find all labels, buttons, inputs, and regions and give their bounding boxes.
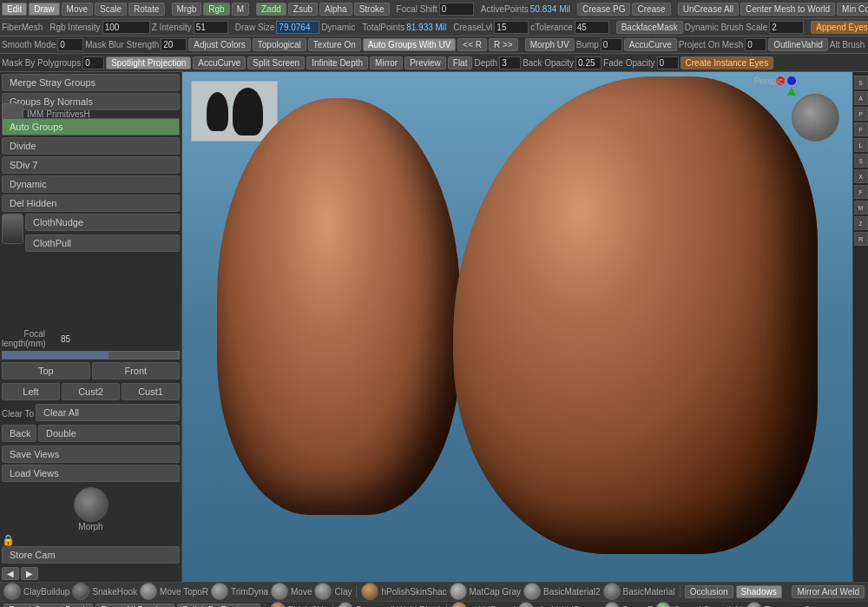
backface-mask-button[interactable]: BackfaceMask	[616, 21, 683, 34]
fade-opacity-input[interactable]	[657, 56, 679, 69]
aahu-button[interactable]: A	[854, 91, 868, 105]
transport-icon[interactable]	[746, 602, 762, 607]
trim-dyna-icon[interactable]	[211, 583, 228, 600]
lock-button[interactable]: L	[854, 138, 868, 152]
dynamic-brush-input[interactable]	[769, 21, 804, 34]
outline-vahid-button[interactable]: OutlineVahid	[768, 38, 828, 51]
reset-all-brushes-button[interactable]: Reset All Brushes	[95, 604, 174, 607]
front-button[interactable]: Front	[92, 362, 181, 379]
back-opacity-input[interactable]	[575, 56, 602, 69]
next-cam-button[interactable]: ▶	[21, 567, 38, 580]
rgb-intensity-input[interactable]	[102, 21, 150, 34]
flat-button[interactable]: Flat	[448, 56, 473, 69]
rotate-button[interactable]: Rotate	[128, 3, 164, 16]
crease-button[interactable]: Crease	[632, 3, 670, 16]
create-instance-button[interactable]: Create Instance Eyes	[681, 56, 774, 69]
store-cam-button[interactable]: Store Cam	[2, 546, 180, 564]
sync-button[interactable]: S	[854, 154, 868, 168]
center-mesh-button[interactable]: Center Mesh to World	[740, 3, 835, 16]
mask-blur-input[interactable]	[161, 38, 187, 51]
alpha-button[interactable]: Alpha	[319, 3, 352, 16]
split-screen-button[interactable]: Split Screen	[247, 56, 305, 69]
draw-button[interactable]: Draw	[29, 3, 59, 16]
viewport[interactable]: Perspic	[182, 72, 852, 582]
accucurve2-button[interactable]: AccuCurve	[193, 56, 246, 69]
zsub-button[interactable]: Zsub	[288, 3, 318, 16]
morph-sphere[interactable]	[74, 487, 108, 522]
m-button[interactable]: M	[232, 3, 249, 16]
save-views-button[interactable]: Save Views	[2, 445, 180, 463]
uncrease-all-button[interactable]: UnCrease All	[678, 3, 739, 16]
move-r-button[interactable]: M	[854, 201, 868, 214]
damsmall-icon[interactable]	[338, 602, 353, 607]
depth-input[interactable]	[499, 56, 521, 69]
smooth-mode-input[interactable]	[57, 38, 83, 51]
double-button[interactable]: Double	[38, 425, 180, 442]
surge-icon[interactable]	[604, 602, 620, 607]
draw-size-input[interactable]	[276, 21, 319, 34]
vahid-round-icon[interactable]	[451, 602, 467, 607]
move-topo-icon[interactable]	[140, 583, 157, 600]
top-button[interactable]: Top	[2, 362, 90, 379]
accucurve-button[interactable]: AccuCurve	[624, 38, 677, 51]
clear-all-button[interactable]: Clear All	[36, 404, 180, 421]
load-views-button[interactable]: Load Views	[2, 465, 180, 482]
sdiv-button[interactable]: SDiv 7	[2, 156, 180, 174]
rr-button[interactable]: << R	[457, 38, 487, 51]
matcap-gray-icon[interactable]	[450, 583, 467, 600]
rgb-button[interactable]: Rgb	[203, 3, 229, 16]
bump-input[interactable]	[601, 38, 622, 51]
clay-vahid-icon[interactable]	[518, 602, 534, 607]
snake-hook-icon[interactable]	[72, 583, 89, 600]
adjust-colors-button[interactable]: Adjust Colors	[188, 38, 250, 51]
divide-button[interactable]: Divide	[2, 137, 180, 155]
xyz-button[interactable]: X	[854, 169, 868, 183]
rotate-r-button[interactable]: R	[854, 232, 868, 246]
del-hidden-button[interactable]: Del Hidden	[2, 195, 180, 212]
topological-button[interactable]: Topological	[253, 38, 306, 51]
project-mesh-input[interactable]	[745, 38, 766, 51]
cust1-button[interactable]: Cust1	[122, 383, 180, 400]
floor-button[interactable]: F	[854, 122, 868, 136]
spix-button[interactable]: S	[854, 76, 868, 89]
mrgb-button[interactable]: Mrgb	[172, 3, 202, 16]
smooth-alt-icon[interactable]	[655, 602, 671, 607]
z-intensity-input[interactable]	[194, 21, 228, 34]
min-connected-button[interactable]: Min Connected 1	[837, 3, 868, 16]
cloth-pull-button[interactable]: ClothPull	[25, 234, 180, 252]
spotlight-projection-button[interactable]: Spotlight Projection	[106, 56, 191, 69]
edit-button[interactable]: Edit	[2, 3, 27, 16]
clay-icon[interactable]	[314, 583, 332, 600]
zadd-button[interactable]: Zadd	[256, 3, 286, 16]
cust2-button[interactable]: Cust2	[62, 383, 120, 400]
polish-features-button[interactable]: Polish By Features	[177, 604, 260, 607]
thick-skin-icon[interactable]	[270, 602, 286, 607]
hpolish-icon[interactable]	[361, 583, 378, 600]
zoom-button[interactable]: Z	[854, 216, 868, 230]
frame-button[interactable]: F	[854, 185, 868, 199]
move-button[interactable]: Move	[62, 3, 93, 16]
groups-by-normals-button[interactable]: Groups By Normals	[2, 93, 180, 110]
mask-polygroups-input[interactable]	[82, 56, 104, 69]
clay-buildup-icon[interactable]	[3, 583, 21, 600]
persp-button[interactable]: P	[854, 107, 868, 121]
mirror-weld-button[interactable]: Mirror And Weld	[792, 585, 865, 598]
morph-uv-button[interactable]: Morph UV	[525, 38, 575, 51]
back-button[interactable]: Back	[2, 425, 36, 442]
crease-pg-button[interactable]: Crease PG	[577, 3, 630, 16]
crease-lv-input[interactable]	[494, 21, 529, 34]
reset-brush-button[interactable]: Reset Current Brush	[3, 604, 93, 607]
merge-stray-button[interactable]: Merge Stray Groups	[2, 74, 180, 91]
auto-groups-uv-button[interactable]: Auto Groups With UV	[363, 38, 457, 51]
occlusion-button[interactable]: Occlusion	[685, 585, 733, 598]
preview-button[interactable]: Preview	[404, 56, 446, 69]
scale-button[interactable]: Scale	[95, 3, 127, 16]
ctolerance-input[interactable]	[575, 21, 609, 34]
lock-icon[interactable]: 🔒	[2, 534, 15, 546]
focal-slider[interactable]	[2, 351, 180, 360]
prev-cam-button[interactable]: ◀	[2, 567, 19, 580]
gizmo-container[interactable]	[792, 94, 839, 142]
cloth-nudge-button[interactable]: ClothNudge	[25, 214, 180, 231]
shadows-button[interactable]: Shadows	[736, 585, 782, 598]
stroke-button[interactable]: Stroke	[354, 3, 390, 16]
